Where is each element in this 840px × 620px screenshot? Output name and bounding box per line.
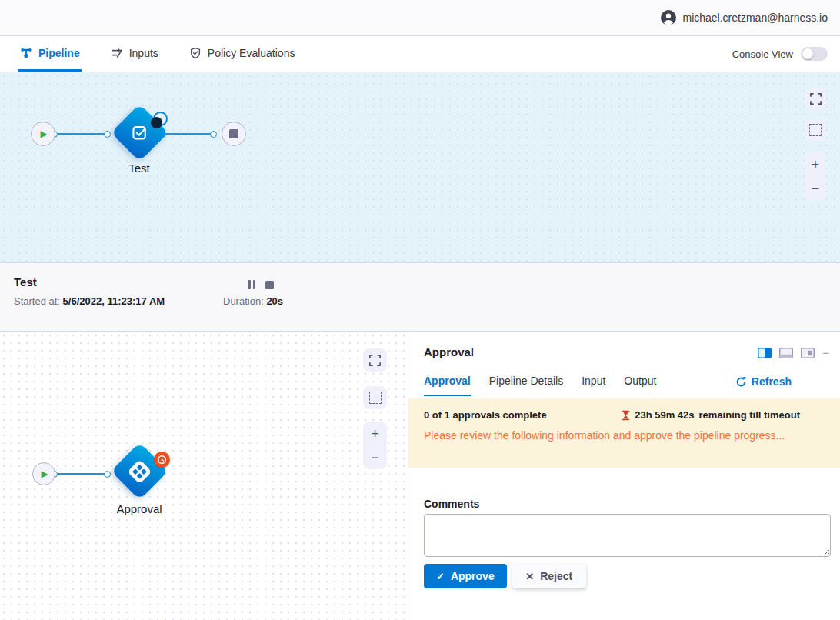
zoom-out-button[interactable]: − <box>812 182 820 195</box>
cross-icon: ✕ <box>525 572 534 582</box>
tab-policy-evaluations[interactable]: Policy Evaluations <box>188 36 297 72</box>
stage-running-badge <box>148 112 168 132</box>
started-at: Started at: 5/6/2022, 11:23:17 AM <box>14 295 165 307</box>
zoom-out-button[interactable]: − <box>371 451 379 465</box>
pipeline-icon <box>20 47 32 59</box>
stage-start-node[interactable]: ▶ <box>32 462 55 485</box>
edge-start-to-approval <box>54 473 107 475</box>
started-at-value: 5/6/2022, 11:23:17 AM <box>63 295 165 307</box>
pipeline-start-node[interactable]: ▶ <box>31 122 55 146</box>
duration: Duration: 20s <box>223 295 283 307</box>
connector-dot <box>104 471 111 478</box>
clock-icon <box>156 454 168 465</box>
pipeline-end-node[interactable] <box>222 122 246 146</box>
top-bar: michael.cretzman@harness.io <box>0 0 840 36</box>
approvals-progress: 0 of 1 approvals complete <box>424 409 547 421</box>
canvas-selection-button[interactable] <box>805 119 826 141</box>
tab-pipeline[interactable]: Pipeline <box>18 36 82 72</box>
timeout-remaining: 23h 59m 42s remaining till timeout <box>622 409 800 421</box>
tab-inputs-label: Inputs <box>129 47 158 59</box>
panel-tabs: Approval Pipeline Details Input Output <box>424 375 656 396</box>
policy-shield-icon <box>189 47 202 59</box>
panel-tab-pipeline-details[interactable]: Pipeline Details <box>489 375 564 396</box>
refresh-button[interactable]: Refresh <box>735 375 792 388</box>
comments-label: Comments <box>424 498 479 510</box>
approval-details-panel: Approval − Approval Pipeline Deta <box>408 332 840 620</box>
harness-pipeline-execution-screen: michael.cretzman@harness.io Pipeline Inp… <box>0 0 840 620</box>
console-view-label: Console View <box>732 48 793 60</box>
stage-label-test: Test <box>93 162 185 175</box>
check-icon: ✓ <box>436 572 445 582</box>
panel-title: Approval <box>424 345 474 358</box>
zoom-in-button[interactable]: + <box>812 158 820 172</box>
marquee-icon <box>369 392 382 404</box>
duration-value: 20s <box>266 295 283 307</box>
refresh-icon <box>735 376 747 388</box>
timeout-value: 23h 59m 42s <box>635 409 694 421</box>
stop-icon <box>229 129 238 138</box>
execution-title: Test <box>14 275 37 288</box>
user-menu[interactable]: michael.cretzman@harness.io <box>661 10 828 25</box>
canvas-zoom-controls: + − <box>805 152 826 200</box>
canvas-zoom-controls: + − <box>363 422 387 469</box>
started-at-label: Started at: <box>14 295 60 307</box>
tab-pipeline-label: Pipeline <box>38 47 80 59</box>
layout-bottom-view-icon[interactable] <box>779 348 793 358</box>
nav-tab-bar: Pipeline Inputs Policy Evaluations Conso… <box>0 36 840 72</box>
abort-button[interactable] <box>265 281 274 289</box>
marquee-icon <box>809 124 822 136</box>
duration-label: Duration: <box>223 295 264 307</box>
layout-right-view-icon[interactable] <box>801 348 815 358</box>
panel-tab-output[interactable]: Output <box>624 375 656 396</box>
edge-start-to-test <box>54 133 107 135</box>
comments-input[interactable] <box>424 514 831 557</box>
console-view-toggle[interactable] <box>801 47 828 61</box>
approval-message: Please review the following information … <box>424 429 800 442</box>
tab-inputs[interactable]: Inputs <box>109 36 160 72</box>
panel-layout-switcher: − <box>758 347 829 358</box>
reject-button[interactable]: ✕ Reject <box>512 564 586 588</box>
waiting-clock-badge <box>154 452 170 468</box>
zoom-in-button[interactable]: + <box>371 427 379 441</box>
pipeline-graph-canvas[interactable]: ▶ Test + − <box>0 72 840 262</box>
approval-wait-banner: 0 of 1 approvals complete 23h 59m 42s re… <box>408 398 840 468</box>
reject-label: Reject <box>540 570 572 582</box>
inputs-icon <box>111 47 123 59</box>
approval-actions: ✓ Approve ✕ Reject <box>424 564 586 588</box>
connector-dot <box>210 131 217 138</box>
tab-policy-evaluations-label: Policy Evaluations <box>208 47 295 59</box>
refresh-label: Refresh <box>752 375 792 388</box>
approve-button[interactable]: ✓ Approve <box>424 564 507 588</box>
step-label-approval: Approval <box>85 502 193 515</box>
panel-tab-input[interactable]: Input <box>582 375 605 396</box>
canvas-selection-button[interactable] <box>363 386 387 409</box>
canvas-fullscreen-button[interactable] <box>363 348 387 372</box>
timeout-suffix: remaining till timeout <box>699 409 800 421</box>
panel-tab-approval[interactable]: Approval <box>424 375 471 396</box>
stage-graph-canvas[interactable]: ▶ Approval <box>0 332 408 620</box>
approve-label: Approve <box>451 570 495 582</box>
fullscreen-icon <box>809 92 822 105</box>
user-email: michael.cretzman@harness.io <box>682 12 828 24</box>
edge-test-to-end <box>162 133 213 135</box>
play-icon: ▶ <box>40 129 47 138</box>
pause-button[interactable] <box>248 280 255 289</box>
panel-collapse-button[interactable]: − <box>822 347 829 358</box>
hourglass-icon <box>622 410 630 421</box>
execution-status-bar: Test Started at: 5/6/2022, 11:23:17 AM D… <box>0 262 840 331</box>
canvas-fullscreen-button[interactable] <box>805 88 826 109</box>
user-avatar-icon <box>661 10 676 25</box>
fullscreen-icon <box>368 354 382 367</box>
connector-dot <box>104 131 111 138</box>
layout-split-view-icon[interactable] <box>758 348 772 358</box>
bottom-split: ▶ Approval <box>0 331 840 620</box>
toggle-knob <box>802 48 813 59</box>
play-icon: ▶ <box>41 469 48 478</box>
